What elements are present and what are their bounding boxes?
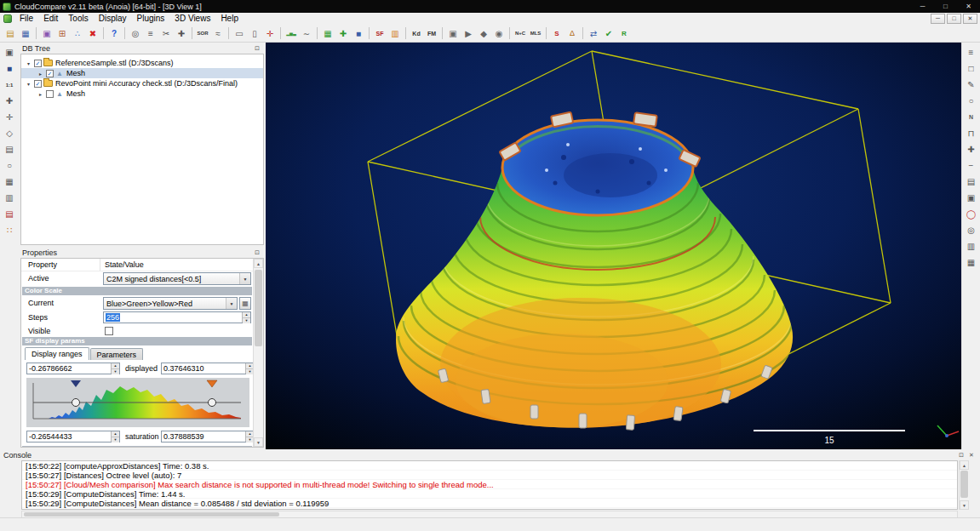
ransac-icon[interactable]: R: [616, 26, 632, 41]
zoom-1-1-icon[interactable]: 1:1: [2, 77, 17, 92]
collapse-arrow-icon[interactable]: ▾: [25, 60, 32, 66]
console-log[interactable]: [15:50:22] [computeApproxDistances] Time…: [21, 460, 958, 510]
scroll-up-icon[interactable]: ▲: [960, 460, 969, 470]
collapse-arrow-icon[interactable]: ▾: [25, 81, 32, 87]
point-list-picking-icon[interactable]: ≡: [143, 26, 158, 41]
zoom-fit-icon[interactable]: ✚: [2, 94, 17, 108]
translate-rotate-icon[interactable]: ✚: [174, 26, 189, 41]
min-handle[interactable]: [72, 399, 80, 407]
zoom-in-icon[interactable]: ✚: [964, 142, 979, 157]
sor-filter-icon[interactable]: SOR: [195, 26, 210, 41]
merge-icon[interactable]: ⊞: [54, 26, 70, 41]
books-icon[interactable]: ▤: [2, 207, 17, 221]
spin-down-icon[interactable]: ▼: [243, 317, 250, 323]
color-scale-editor-button[interactable]: ▦: [239, 297, 251, 310]
magnifier-icon[interactable]: ○: [2, 158, 17, 173]
add-constant-sf-icon[interactable]: ✚: [335, 26, 351, 41]
scrollbar-thumb[interactable]: [960, 471, 968, 498]
octree-icon[interactable]: ▦: [320, 26, 335, 41]
expand-arrow-icon[interactable]: ▸: [37, 71, 44, 77]
noise-filter-icon[interactable]: ≈: [210, 26, 226, 41]
visibility-checkbox[interactable]: ✓: [34, 60, 42, 67]
float-panel-icon[interactable]: ⊡: [252, 248, 262, 257]
float-panel-icon[interactable]: ⊡: [956, 450, 966, 460]
clone-icon[interactable]: ▣: [39, 26, 54, 41]
sf-icon[interactable]: SF: [372, 26, 387, 41]
color-scale-combobox[interactable]: Blue>Green>Yellow>Red ▼: [103, 297, 238, 310]
steps-spinbox[interactable]: 256 ▲▼: [103, 311, 251, 323]
camera-icon[interactable]: ▣: [964, 191, 979, 205]
scroll-down-icon[interactable]: ▼: [254, 437, 263, 447]
float-panel-icon[interactable]: ⊡: [252, 43, 262, 53]
multi-view-icon[interactable]: ▦: [2, 174, 17, 189]
scroll-down-icon[interactable]: ▼: [960, 500, 969, 510]
help-icon[interactable]: ?: [106, 26, 122, 41]
tree-item[interactable]: ▾✓RevoPoint mini Accuracy check.stl (D:/…: [21, 78, 263, 88]
menu-display[interactable]: Display: [94, 13, 132, 25]
subsample-icon[interactable]: ∴: [70, 26, 85, 41]
tab-display-ranges[interactable]: Display ranges: [25, 347, 89, 360]
circle-icon[interactable]: ○: [964, 94, 979, 108]
primitive-factory-icon[interactable]: ■: [351, 26, 366, 41]
spin-down-icon[interactable]: ▼: [112, 368, 119, 374]
save-icon[interactable]: ▦: [18, 26, 33, 41]
mdi-restore-button[interactable]: □: [947, 14, 961, 24]
console-scrollbar[interactable]: ▲ ▼: [959, 460, 969, 510]
camera-settings-icon[interactable]: ▤: [2, 142, 17, 157]
visibility-checkbox[interactable]: ✓: [34, 80, 42, 88]
scrollbar-thumb[interactable]: [24, 512, 279, 517]
menu-tools[interactable]: Tools: [63, 13, 93, 25]
histogram-icon[interactable]: ▂▅▃: [284, 26, 299, 41]
layers2-icon[interactable]: ▥: [964, 239, 979, 254]
render-icon[interactable]: ◆: [476, 26, 491, 41]
mdi-close-button[interactable]: ✕: [963, 14, 977, 24]
console-toggle-icon[interactable]: ≡: [964, 45, 979, 60]
pivot-icon[interactable]: ✛: [2, 110, 17, 124]
tree-item[interactable]: ▾✓ReferenceSample.stl (D:/3Dscans): [21, 58, 263, 68]
kdtree-icon[interactable]: Kd: [409, 26, 424, 41]
sf-gradient-icon[interactable]: ▥: [387, 26, 403, 41]
edit-icon[interactable]: ✎: [964, 77, 979, 92]
clipping-box-icon[interactable]: ▯: [247, 26, 262, 41]
grid-icon[interactable]: ▦: [964, 255, 979, 270]
properties-scrollbar[interactable]: ▲ ▼: [253, 259, 263, 447]
axes-icon[interactable]: ✛: [262, 26, 278, 41]
tab-parameters[interactable]: Parameters: [90, 348, 144, 360]
normals-icon[interactable]: N+C: [513, 26, 528, 41]
delta-icon[interactable]: Δ: [565, 26, 580, 41]
align-icon[interactable]: ⇄: [586, 26, 601, 41]
screenshot-icon[interactable]: ▣: [2, 45, 17, 60]
close-button[interactable]: ✕: [957, 0, 980, 13]
menu-edit[interactable]: Edit: [38, 13, 63, 25]
visibility-checkbox[interactable]: [46, 90, 54, 98]
menu-plugins[interactable]: Plugins: [132, 13, 170, 25]
visibility-checkbox[interactable]: ✓: [46, 70, 54, 77]
curvature-icon[interactable]: ∼: [299, 26, 314, 41]
view-cube-icon[interactable]: ■: [2, 61, 17, 76]
display-max-spinbox[interactable]: 0.37646310 ▲▼: [161, 363, 255, 374]
snapshot-icon[interactable]: ▣: [445, 26, 461, 41]
maximize-button[interactable]: □: [934, 0, 957, 13]
tree-item[interactable]: ▸✓▲Mesh: [21, 68, 263, 78]
segment-icon[interactable]: ✂: [158, 26, 174, 41]
stack-icon[interactable]: ▤: [964, 174, 979, 189]
menu-file[interactable]: File: [14, 13, 38, 25]
menu-3d-views[interactable]: 3D Views: [169, 13, 215, 25]
lock-icon[interactable]: ⊓: [964, 126, 979, 140]
display-min-spinbox[interactable]: -0.26786662 ▲▼: [26, 363, 120, 374]
film-icon[interactable]: ▶: [461, 26, 476, 41]
open-icon[interactable]: ▤: [3, 26, 18, 41]
close-panel-icon[interactable]: ✕: [966, 450, 977, 460]
visible-checkbox[interactable]: [105, 327, 113, 335]
zoom-out-icon[interactable]: −: [964, 158, 979, 173]
fm-icon[interactable]: FM: [424, 26, 439, 41]
perspective-icon[interactable]: ◇: [2, 126, 17, 140]
scale-icon[interactable]: S: [549, 26, 565, 41]
menu-help[interactable]: Help: [215, 13, 244, 25]
label-icon[interactable]: ▭: [232, 26, 247, 41]
record-icon[interactable]: ◯: [964, 207, 979, 221]
point-picking-icon[interactable]: ◎: [128, 26, 143, 41]
active-sf-combobox[interactable]: C2M signed distances[<0.5] ▼: [103, 272, 251, 285]
3d-viewport[interactable]: 15: [266, 43, 961, 449]
target-icon[interactable]: ◎: [964, 223, 979, 237]
